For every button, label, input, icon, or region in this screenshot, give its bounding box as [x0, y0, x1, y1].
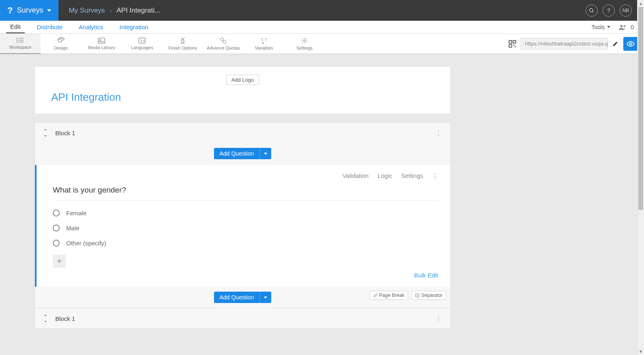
block-1: ⌃⌃ Block 1 ⋮ Add Question Validation Log… [35, 122, 451, 329]
tool-finish[interactable]: Finish Options [162, 34, 203, 54]
separator-label: Separator [421, 292, 443, 298]
nav-tabs: Edit Distribute Analytics Integration To… [0, 21, 644, 34]
svg-point-3 [624, 25, 626, 27]
svg-point-16 [223, 40, 226, 43]
canvas[interactable]: Add Logo API Integration ⌃⌃ Block 1 ⋮ Ad… [6, 54, 632, 355]
break-sep-controls: Page Break Separator [370, 291, 446, 300]
svg-rect-20 [513, 40, 516, 43]
tool-quotas[interactable]: Advance Quotas [203, 34, 244, 54]
svg-point-8 [59, 39, 60, 40]
collapse-icon[interactable]: ⌃⌃ [43, 315, 48, 322]
header-right: ? NB [586, 4, 644, 17]
page-break-button[interactable]: Page Break [370, 291, 408, 300]
tools-menu[interactable]: Tools [592, 24, 611, 30]
svg-point-9 [60, 38, 61, 39]
radio-icon[interactable] [53, 225, 60, 232]
option-row: Other (specify) [53, 240, 438, 247]
tab-distribute[interactable]: Distribute [33, 21, 67, 33]
preview-button[interactable] [623, 37, 638, 51]
action-validation[interactable]: Validation [342, 172, 369, 180]
svg-point-15 [220, 38, 224, 41]
search-icon[interactable] [586, 4, 598, 17]
block-title[interactable]: Block 1 [55, 130, 75, 136]
add-question-caret[interactable] [259, 148, 271, 159]
tool-media-label: Media Library [88, 45, 115, 50]
tool-languages[interactable]: 文A Languages [122, 34, 162, 54]
scroll-up-icon[interactable]: ▲ [638, 0, 644, 7]
scroll-down-icon[interactable]: ▼ [638, 348, 644, 355]
svg-text:文A: 文A [140, 39, 145, 43]
svg-point-2 [620, 25, 623, 27]
radio-icon[interactable] [53, 240, 60, 247]
tool-design[interactable]: Design [41, 34, 81, 54]
svg-rect-19 [509, 40, 512, 43]
caret-down-icon [264, 153, 267, 155]
option-label[interactable]: Male [66, 225, 80, 232]
add-question-button-2[interactable]: Add Question [214, 292, 272, 303]
add-question-label: Add Question [214, 292, 260, 303]
scroll-thumb[interactable] [638, 7, 643, 210]
radio-icon[interactable] [53, 210, 60, 216]
nav-right: Tools 0 [592, 24, 638, 30]
respondent-count[interactable]: 0 [618, 24, 634, 30]
caret-down-icon [47, 9, 51, 12]
svg-rect-11 [98, 38, 105, 43]
bulk-edit-link[interactable]: Bulk Edit [53, 272, 438, 279]
svg-rect-25 [416, 294, 419, 297]
between-blocks: Add Question Page Break Separator [35, 287, 450, 308]
tab-edit[interactable]: Edit [6, 21, 25, 33]
breadcrumb-current: API Integrati... [117, 6, 160, 15]
tool-media[interactable]: Media Library [81, 34, 122, 54]
question-title[interactable]: What is your gender? [53, 186, 438, 201]
avatar[interactable]: NB [620, 4, 632, 17]
svg-rect-22 [514, 45, 515, 46]
svg-point-12 [99, 39, 101, 41]
add-question-caret[interactable] [259, 292, 271, 303]
tool-languages-label: Languages [131, 45, 153, 50]
question-card[interactable]: Validation Logic Settings ⋮ What is your… [35, 165, 450, 287]
question-menu-icon[interactable]: ⋮ [432, 172, 438, 180]
svg-rect-23 [515, 46, 516, 47]
tool-settings[interactable]: Settings [284, 34, 325, 54]
breadcrumb-my-surveys[interactable]: My Surveys [69, 6, 105, 15]
svg-line-1 [592, 11, 594, 12]
tool-workspace[interactable]: Workspace [0, 34, 41, 54]
add-option-button[interactable]: + [53, 255, 66, 268]
add-question-label: Add Question [214, 148, 260, 159]
svg-point-10 [62, 39, 63, 39]
caret-down-icon [607, 26, 610, 28]
separator-button[interactable]: Separator [411, 291, 446, 300]
surveys-menu[interactable]: ? Surveys [0, 0, 58, 21]
block-menu-icon[interactable]: ⋮ [435, 314, 442, 323]
svg-point-0 [590, 8, 593, 11]
toolbar-right: https://nileshbatraapi2cctest.usqa.q [508, 37, 644, 51]
option-label[interactable]: Other (specify) [66, 240, 106, 247]
option-label[interactable]: Female [66, 210, 86, 216]
add-question-row-top: Add Question [35, 143, 450, 164]
block-menu-icon[interactable]: ⋮ [435, 128, 442, 137]
qr-icon[interactable] [508, 40, 516, 48]
tool-settings-label: Settings [296, 45, 313, 50]
help-icon[interactable]: ? [603, 4, 615, 17]
survey-title[interactable]: API Integration [51, 91, 434, 104]
tool-workspace-label: Workspace [9, 45, 32, 50]
block-header: ⌃⌃ Block 1 ⋮ [35, 123, 450, 143]
tool-variables-label: Variables [255, 45, 273, 50]
survey-url[interactable]: https://nileshbatraapi2cctest.usqa.q [521, 38, 608, 50]
action-settings[interactable]: Settings [401, 172, 423, 180]
add-logo-button[interactable]: Add Logo [226, 75, 259, 85]
question-actions: Validation Logic Settings ⋮ [53, 172, 438, 180]
toolbar: Workspace Design Media Library 文A Langua… [0, 34, 644, 54]
svg-point-18 [304, 40, 306, 42]
tool-variables[interactable]: Variables [244, 34, 284, 54]
pencil-icon[interactable] [612, 40, 619, 48]
tab-integration[interactable]: Integration [115, 21, 152, 33]
tab-analytics[interactable]: Analytics [75, 21, 107, 33]
scrollbar[interactable]: ▲ ▼ [637, 0, 644, 355]
tools-label: Tools [592, 24, 605, 30]
add-question-button[interactable]: Add Question [214, 148, 272, 159]
people-icon [618, 24, 627, 30]
block-title[interactable]: Block 1 [55, 315, 75, 322]
collapse-icon[interactable]: ⌃⌃ [43, 130, 48, 136]
action-logic[interactable]: Logic [378, 172, 392, 180]
